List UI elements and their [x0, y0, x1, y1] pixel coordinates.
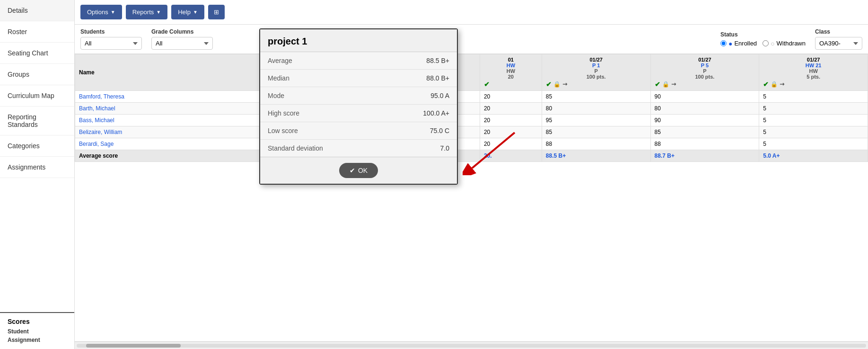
sidebar-item-details[interactable]: Details — [0, 0, 74, 21]
red-arrow-annotation — [463, 128, 519, 175]
scores-assignment-link[interactable]: Assignment — [8, 336, 67, 344]
dialog-stat-value: 7.0 — [440, 144, 449, 152]
dialog-stat-row: Median 88.0 B+ — [260, 70, 457, 87]
ok-check-icon: ✔ — [350, 167, 355, 174]
sidebar-item-seating-chart[interactable]: Seating Chart — [0, 43, 74, 64]
dialog-stat-row: Standard deviation 7.0 — [260, 140, 457, 157]
dialog-stat-value: 88.0 B+ — [426, 74, 449, 82]
dialog-stat-row: Low score 75.0 C — [260, 122, 457, 140]
dialog-stat-row: High score 100.0 A+ — [260, 105, 457, 122]
dialog-stat-label: Median — [268, 74, 426, 82]
sidebar-item-assignments[interactable]: Assignments — [0, 157, 74, 178]
dialog-overlay: project 1 Average 88.5 B+ Median 88.0 B+… — [75, 0, 868, 349]
main-content: Options ▼ Reports ▼ Help ▼ ⊞ Students Al… — [75, 0, 868, 349]
dialog-stat-label: Low score — [268, 127, 430, 134]
project-stats-dialog: project 1 Average 88.5 B+ Median 88.0 B+… — [259, 28, 458, 185]
dialog-stat-row: Average 88.5 B+ — [260, 52, 457, 70]
sidebar-item-groups[interactable]: Groups — [0, 64, 74, 85]
dialog-stat-label: Mode — [268, 92, 430, 99]
scores-section-title: Scores — [8, 318, 67, 325]
sidebar-item-curriculum-map[interactable]: Curriculum Map — [0, 85, 74, 107]
sidebar-bottom-section: Scores Student Assignment — [0, 312, 74, 349]
scores-student-link[interactable]: Student — [8, 327, 67, 336]
sidebar: Details Roster Seating Chart Groups Curr… — [0, 0, 75, 349]
sidebar-item-categories[interactable]: Categories — [0, 135, 74, 157]
dialog-body: Average 88.5 B+ Median 88.0 B+ Mode 95.0… — [260, 52, 457, 157]
svg-line-1 — [472, 133, 515, 168]
sidebar-item-reporting-standards[interactable]: Reporting Standards — [0, 107, 74, 135]
dialog-footer: ✔ OK — [260, 157, 457, 184]
dialog-stat-label: Average — [268, 57, 426, 64]
dialog-ok-button[interactable]: ✔ OK — [339, 163, 378, 178]
dialog-stat-value: 95.0 A — [430, 92, 449, 99]
dialog-stat-value: 75.0 C — [430, 127, 449, 134]
dialog-stat-label: Standard deviation — [268, 144, 440, 152]
dialog-stat-label: High score — [268, 109, 423, 117]
dialog-stat-value: 100.0 A+ — [423, 109, 449, 117]
sidebar-item-roster[interactable]: Roster — [0, 21, 74, 43]
dialog-stat-row: Mode 95.0 A — [260, 87, 457, 105]
dialog-stat-value: 88.5 B+ — [426, 57, 449, 64]
dialog-title: project 1 — [260, 29, 457, 52]
